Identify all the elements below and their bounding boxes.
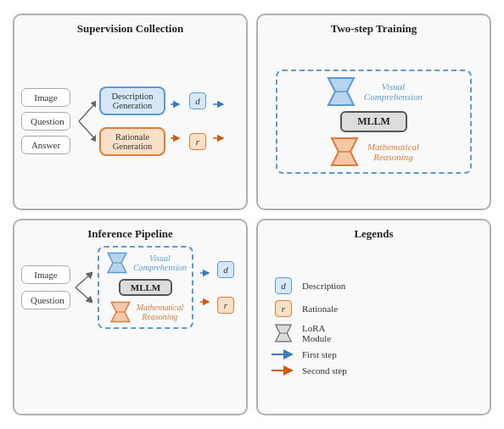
arrow-to-r <box>171 133 182 143</box>
training-content: Visual Comprehension MLLM Mathematical R… <box>265 41 483 202</box>
legend-second-step: Second step <box>272 365 476 376</box>
legend-d: d Description <box>272 277 476 294</box>
legend-first-step: First step <box>272 349 476 359</box>
legends-panel: Legends d Description r Rationale <box>256 219 491 415</box>
vc-label2: Comprehension <box>364 92 423 102</box>
inf-fork-svg <box>74 262 92 313</box>
legend-r: r Rationale <box>272 300 476 317</box>
legends-title: Legends <box>265 227 483 241</box>
inference-panel: Inference Pipeline Image Question <box>13 219 248 415</box>
training-title: Two-step Training <box>265 22 483 36</box>
hourglass-blue-train <box>325 76 357 107</box>
legend-second-step-label: Second step <box>302 365 347 376</box>
mllm-box-train: MLLM <box>340 111 407 132</box>
inf-input-image: Image <box>21 265 70 284</box>
legend-r-icon: r <box>272 300 295 317</box>
legend-first-step-label: First step <box>302 349 337 359</box>
desc-gen-box: DescriptionGeneration <box>99 86 165 115</box>
legend-r-label: Rationale <box>302 304 338 314</box>
r-badge: r <box>189 133 206 150</box>
legend-orange-arrow-icon <box>272 365 295 376</box>
svg-line-11 <box>76 287 91 301</box>
inf-r-badge: r <box>217 297 234 314</box>
supervision-panel: Supervision Collection Image Question An… <box>13 14 248 210</box>
inference-content: Image Question <box>21 246 239 329</box>
inf-vc2: Comprehension <box>133 263 187 272</box>
legend-lora: LoRAModule <box>272 323 476 343</box>
legend-d-icon: d <box>272 277 295 294</box>
input-question: Question <box>21 112 70 131</box>
training-panel: Two-step Training Visual Comprehension <box>256 14 491 210</box>
inf-arrow-r <box>200 297 212 307</box>
input-boxes: Image Question Answer <box>21 88 70 154</box>
vc-label1: Visual <box>364 81 423 92</box>
main-container: Supervision Collection Image Question An… <box>6 7 498 422</box>
inference-title: Inference Pipeline <box>21 227 239 241</box>
hourglass-orange-inf <box>108 301 133 323</box>
inf-mllm: MLLM <box>119 279 172 296</box>
d-badge: d <box>189 92 206 109</box>
svg-line-1 <box>79 121 96 140</box>
rat-gen-box: RationaleGeneration <box>99 127 165 156</box>
supervision-content: Image Question Answer DescriptionGenerat… <box>21 41 239 202</box>
input-answer: Answer <box>21 136 70 154</box>
input-image: Image <box>21 88 70 107</box>
legend-orange-arrow <box>272 365 295 376</box>
mr-label1: Mathematical <box>367 142 419 152</box>
arrow-d-to-train <box>213 99 227 109</box>
inf-vc1: Visual <box>133 254 187 263</box>
legend-blue-arrow <box>272 349 295 359</box>
fork-arrows-svg <box>77 87 96 155</box>
inf-d-badge: d <box>217 261 234 278</box>
gen-boxes: DescriptionGeneration RationaleGeneratio… <box>99 86 165 156</box>
hourglass-orange-train <box>328 136 361 167</box>
arrow-to-d <box>171 99 182 109</box>
arrow-r-to-train <box>213 133 227 143</box>
legend-lora-icon <box>272 324 295 343</box>
hourglass-legend <box>272 324 294 343</box>
legend-items: d Description r Rationale LoRAM <box>265 246 483 407</box>
inference-inputs: Image Question <box>21 265 70 309</box>
inf-arrow-d <box>200 268 212 278</box>
supervision-title: Supervision Collection <box>21 22 239 36</box>
svg-line-0 <box>79 103 96 121</box>
vc-dashed: Visual Comprehension MLLM Mathematical R… <box>276 70 472 174</box>
hourglass-blue-inf <box>104 252 130 274</box>
inf-mr2: Reasoning <box>137 312 184 321</box>
inf-mr1: Mathematical <box>137 303 184 312</box>
legend-lora-label: LoRAModule <box>302 323 331 343</box>
legend-blue-arrow-icon <box>272 349 295 359</box>
inf-input-question: Question <box>21 291 70 309</box>
inference-mid: Visual Comprehension MLLM Mathematical R… <box>98 246 193 329</box>
legend-d-label: Description <box>302 281 345 291</box>
mr-label2: Reasoning <box>367 152 419 162</box>
svg-line-10 <box>76 274 91 287</box>
